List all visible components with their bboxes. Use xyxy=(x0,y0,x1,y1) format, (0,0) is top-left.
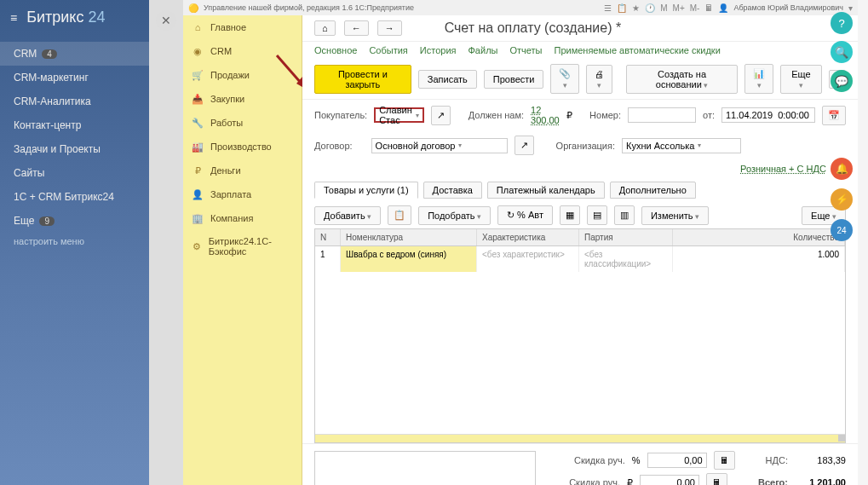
help-float-icon[interactable]: ? xyxy=(831,12,853,34)
add-button[interactable]: Добавить xyxy=(314,206,381,225)
contract-field[interactable]: Основной договор xyxy=(371,138,508,153)
cell-nomenclature[interactable]: Швабра с ведром (синяя) xyxy=(341,246,477,272)
print-button[interactable]: 🖨 xyxy=(586,65,612,94)
menu-label: Главное xyxy=(210,22,246,32)
sidebar-item-crm-marketing[interactable]: CRM-маркетинг xyxy=(0,66,149,89)
contract-open-icon[interactable]: ↗ xyxy=(514,136,534,155)
buyer-open-icon[interactable]: ↗ xyxy=(431,106,451,125)
menu-money[interactable]: ₽Деньги xyxy=(183,159,302,182)
cell-batch: <без классификации> xyxy=(579,246,673,272)
attach-button[interactable]: 📎 xyxy=(550,64,578,94)
sidebar-item-tasks[interactable]: Задачи и Проекты xyxy=(0,137,149,161)
nds-value: 183,39 xyxy=(795,455,846,465)
grid-icon-2[interactable]: ▤ xyxy=(587,205,607,225)
burger-icon[interactable]: ≡ xyxy=(10,11,17,25)
cart-icon: 🛒 xyxy=(192,69,204,81)
sidebar-item-sites[interactable]: Сайты xyxy=(0,161,149,185)
close-icon[interactable]: ✕ xyxy=(156,10,176,31)
pct-symbol: % xyxy=(632,455,641,465)
col-header-quantity[interactable]: Количество xyxy=(673,229,845,245)
create-based-on-button[interactable]: Создать на основании xyxy=(626,65,739,94)
owes-value[interactable]: 12 300,00 xyxy=(531,105,560,125)
menu-b24-backoffice[interactable]: ⚙Битрикс24.1С-Бэкофис xyxy=(183,230,302,263)
post-and-close-button[interactable]: Провести и закрыть xyxy=(314,65,411,94)
b24-float-icon[interactable]: 24 xyxy=(831,219,853,241)
comment-textarea[interactable] xyxy=(314,451,536,485)
calc-icon[interactable]: 🖩 xyxy=(714,451,735,470)
subtab-additional[interactable]: Дополнительно xyxy=(610,182,696,199)
grid-icon-3[interactable]: ▥ xyxy=(614,205,635,225)
more-button[interactable]: Еще xyxy=(780,65,822,94)
configure-menu-link[interactable]: настроить меню xyxy=(14,236,84,246)
discount-pct-field[interactable] xyxy=(647,453,707,468)
date-field[interactable] xyxy=(721,107,815,123)
notification-float-icon[interactable]: 🔔 xyxy=(831,158,853,180)
menu-purchases[interactable]: 📥Закупки xyxy=(183,87,302,111)
tab-history[interactable]: История xyxy=(420,45,457,55)
sidebar-item-1c-crm[interactable]: 1С + CRM Битрикс24 xyxy=(0,185,149,209)
toolbar-icon[interactable]: 🕐 xyxy=(645,3,655,13)
font-m-minus[interactable]: M- xyxy=(690,3,700,13)
menu-salary[interactable]: 👤Зарплата xyxy=(183,182,302,206)
calendar-icon[interactable]: 📅 xyxy=(822,106,846,125)
tab-main[interactable]: Основное xyxy=(314,45,357,55)
grid-icon-1[interactable]: ▦ xyxy=(560,205,580,225)
menu-sales[interactable]: 🛒Продажи xyxy=(183,63,302,87)
menu-crm[interactable]: ◉CRM xyxy=(183,39,302,63)
horizontal-scrollbar[interactable] xyxy=(315,434,845,442)
post-button[interactable]: Провести xyxy=(484,70,544,89)
menu-works[interactable]: 🔧Работы xyxy=(183,111,302,135)
rub-symbol: ₽ xyxy=(627,477,633,486)
sidebar-label: Задачи и Проекты xyxy=(14,143,101,155)
sidebar-item-more[interactable]: Еще 9 xyxy=(0,209,149,233)
buyer-field[interactable]: Славин Стас xyxy=(374,107,424,123)
toolbar-icon[interactable]: ★ xyxy=(632,3,640,13)
calc-icon[interactable]: 🖩 xyxy=(706,473,727,485)
activity-float-icon[interactable]: ⚡ xyxy=(831,188,853,211)
change-button[interactable]: Изменить xyxy=(641,206,709,225)
auto-discount-button[interactable]: ↻ % Авт xyxy=(497,205,553,225)
tab-discounts[interactable]: Применяемые автоматические скидки xyxy=(554,45,720,55)
sidebar-label: CRM xyxy=(14,48,37,60)
sidebar-item-contact-center[interactable]: Контакт-центр xyxy=(0,113,149,137)
sidebar-item-crm[interactable]: CRM 4 xyxy=(0,42,149,66)
dropdown-icon[interactable]: ▾ xyxy=(848,3,853,13)
report-button[interactable]: 📊 xyxy=(744,64,773,94)
font-m-plus[interactable]: M+ xyxy=(673,3,685,13)
sidebar-item-crm-analytics[interactable]: CRM-Аналитика xyxy=(0,89,149,113)
price-type-link[interactable]: Розничная + С НДС xyxy=(740,164,826,174)
discount-rub-field[interactable] xyxy=(640,475,699,485)
subtab-payment-calendar[interactable]: Платежный календарь xyxy=(487,182,605,199)
home-button[interactable]: ⌂ xyxy=(314,20,336,36)
org-field[interactable]: Кухни Ассолька xyxy=(622,138,741,153)
menu-main[interactable]: ⌂Главное xyxy=(183,15,302,39)
col-header-n[interactable]: N xyxy=(315,229,341,245)
select-button[interactable]: Подобрать xyxy=(418,206,491,225)
calc-icon[interactable]: 🖩 xyxy=(704,3,713,13)
save-button[interactable]: Записать xyxy=(418,70,477,89)
col-header-batch[interactable]: Партия xyxy=(579,229,673,245)
toolbar-icon[interactable]: 📋 xyxy=(617,3,627,13)
chat-float-icon[interactable]: 💬 xyxy=(831,70,853,92)
buyer-label: Покупатель: xyxy=(314,110,367,120)
table-row[interactable]: 1 Швабра с ведром (синяя) <без характери… xyxy=(315,246,845,272)
toolbar-icon[interactable]: ☰ xyxy=(604,3,612,13)
font-m[interactable]: M xyxy=(660,3,667,13)
menu-company[interactable]: 🏢Компания xyxy=(183,206,302,230)
forward-button[interactable]: → xyxy=(377,20,402,36)
tab-reports[interactable]: Отчеты xyxy=(509,45,542,55)
tab-files[interactable]: Файлы xyxy=(468,45,498,55)
col-header-characteristic[interactable]: Характеристика xyxy=(477,229,579,245)
badge: 9 xyxy=(39,217,55,226)
menu-label: Производство xyxy=(210,141,272,152)
back-button[interactable]: ← xyxy=(344,20,369,36)
sidebar-label: CRM-маркетинг xyxy=(14,72,89,84)
subtab-goods[interactable]: Товары и услуги (1) xyxy=(314,182,418,199)
tab-events[interactable]: События xyxy=(369,45,407,55)
copy-icon[interactable]: 📋 xyxy=(388,205,411,225)
search-float-icon[interactable]: 🔍 xyxy=(831,41,853,63)
menu-production[interactable]: 🏭Производство xyxy=(183,135,302,159)
number-field[interactable] xyxy=(628,107,696,123)
col-header-nomenclature[interactable]: Номенклатура xyxy=(341,229,477,245)
subtab-delivery[interactable]: Доставка xyxy=(423,182,482,199)
